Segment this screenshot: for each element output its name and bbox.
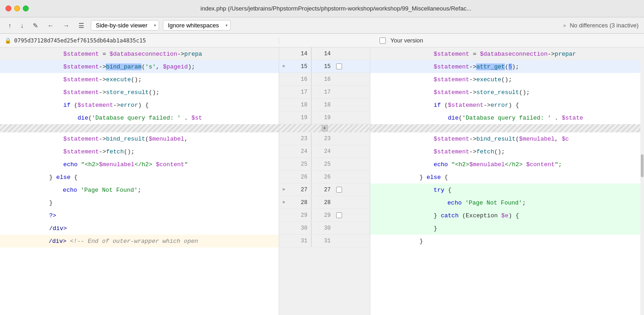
- hash-bar: 🔒 0795d37128d745ed25ef76155db64ab1a4835c…: [0, 34, 644, 47]
- gutter-left-14: 14: [288, 51, 311, 57]
- gutter-row-14: 14 14: [279, 47, 370, 60]
- gutter-chevron-28[interactable]: »: [279, 200, 288, 205]
- gutter-right-28: 28: [312, 200, 334, 206]
- gutter-zigzag: +: [279, 124, 370, 132]
- gutter-left-30: 30: [288, 225, 311, 231]
- gutter-row-30: 30 30: [279, 222, 370, 235]
- version-checkbox[interactable]: [379, 37, 386, 44]
- gutter-row-23: 23 23: [279, 132, 370, 145]
- right-scrollbar[interactable]: [640, 47, 644, 315]
- gutter-left-24: 24: [288, 148, 311, 155]
- hash-right: Your version: [370, 37, 644, 44]
- gutter-left-18: 18: [288, 102, 311, 108]
- gutter-left-27: 27: [288, 187, 311, 193]
- maximize-button[interactable]: [23, 5, 29, 11]
- toolbar-right: » No differences (3 inactive): [563, 22, 639, 29]
- right-line-31: }: [370, 235, 644, 247]
- gutter-right-23: 23: [312, 136, 334, 142]
- gutter-left-19: 19: [288, 115, 311, 121]
- commit-hash: 0795d37128d745ed25ef76155db64ab1a4835c15: [14, 37, 146, 44]
- gutter-right-26: 26: [312, 174, 334, 180]
- your-version-label: Your version: [390, 37, 423, 44]
- forward-button[interactable]: →: [60, 21, 72, 31]
- gutter-row-27: » 27 27: [279, 184, 370, 196]
- toolbar: ↑ ↓ ✎ ← → ☰ Side-by-side viewer Ignore w…: [0, 17, 644, 34]
- close-button[interactable]: [5, 5, 11, 11]
- gutter-checkbox-29[interactable]: [334, 212, 343, 218]
- code-area: $statement = $databaseconnection->prepa …: [0, 47, 644, 315]
- gutter-right-29: 29: [312, 212, 334, 219]
- gutter-row-29: 29 29: [279, 209, 370, 222]
- whitespace-select-wrapper: Ignore whitespaces: [163, 20, 231, 31]
- expand-icon[interactable]: +: [322, 125, 328, 131]
- gutter-left-31: 31: [288, 238, 311, 244]
- left-panel: $statement = $databaseconnection->prepa …: [0, 47, 279, 315]
- gutter-left-28: 28: [288, 200, 311, 206]
- prev-change-button[interactable]: ↑: [5, 21, 14, 31]
- right-line-content-28: echo 'Page Not Found';: [373, 193, 644, 213]
- gutter-row-25: 25 25: [279, 158, 370, 171]
- viewer-select[interactable]: Side-by-side viewer: [91, 20, 159, 31]
- gutter-left-16: 16: [288, 76, 311, 83]
- middle-gutter: 14 14 » 15 15 16 16: [279, 47, 370, 315]
- gutter-row-18: 18 18: [279, 99, 370, 111]
- right-code-lines: $statement = $databaseconnection->prepar…: [370, 47, 644, 247]
- gutter-row-16: 16 16: [279, 73, 370, 86]
- gutter-row-28: » 28 28: [279, 196, 370, 209]
- left-line-content-31: /div> <!-- End of outer-wrapper which op…: [2, 231, 279, 252]
- gutter-left-15: 15: [288, 63, 311, 70]
- right-line-19: die('Database query failed: ' . $state: [370, 111, 644, 124]
- gutter-left-17: 17: [288, 89, 311, 95]
- whitespace-select[interactable]: Ignore whitespaces: [163, 20, 231, 31]
- gutter-right-31: 31: [312, 238, 334, 244]
- gutter-right-16: 16: [312, 76, 334, 83]
- hash-left: 🔒 0795d37128d745ed25ef76155db64ab1a4835c…: [0, 37, 279, 44]
- gutter-left-26: 26: [288, 174, 311, 180]
- gutter-right-25: 25: [312, 161, 334, 168]
- gutter-row-17: 17 17: [279, 86, 370, 99]
- traffic-lights: [5, 5, 29, 11]
- gutter-right-17: 17: [312, 89, 334, 95]
- next-change-button[interactable]: ↓: [18, 21, 26, 31]
- back-button[interactable]: ←: [45, 21, 57, 31]
- gutter-checkbox-27[interactable]: [334, 187, 343, 193]
- gutter-chevron-15[interactable]: »: [279, 64, 288, 69]
- chevrons-icon: »: [563, 22, 566, 29]
- scrollbar-thumb[interactable]: [641, 154, 644, 177]
- diff-container: 🔒 0795d37128d745ed25ef76155db64ab1a4835c…: [0, 34, 644, 315]
- gutter-checkbox-15[interactable]: [334, 63, 343, 69]
- gutter-right-14: 14: [312, 51, 334, 57]
- gutter-left-25: 25: [288, 161, 311, 168]
- gutter-row-19: 19 19: [279, 111, 370, 124]
- gutter-right-30: 30: [312, 225, 334, 231]
- gutter-right-27: 27: [312, 187, 334, 193]
- left-line-31: /div> <!-- End of outer-wrapper which op…: [0, 235, 279, 247]
- left-line-19: die('Database query failed: ' . $st: [0, 111, 279, 124]
- window-title: index.php (/Users/jetbrains/PhpstormProj…: [33, 5, 639, 12]
- viewer-select-wrapper: Side-by-side viewer: [91, 20, 159, 31]
- gutter-row-15: » 15 15: [279, 60, 370, 73]
- right-line-28: echo 'Page Not Found';: [370, 196, 644, 209]
- gutter-row-26: 26 26: [279, 171, 370, 184]
- gutter-row-31: 31 31: [279, 235, 370, 247]
- minimize-button[interactable]: [14, 5, 20, 11]
- gutter-left-29: 29: [288, 212, 311, 219]
- gutter-row-24: 24 24: [279, 145, 370, 158]
- gutter-right-19: 19: [312, 115, 334, 121]
- gutter-right-24: 24: [312, 148, 334, 155]
- gutter-chevron-27[interactable]: »: [279, 187, 288, 192]
- gutter-right-18: 18: [312, 102, 334, 108]
- right-line-content-31: }: [373, 231, 644, 252]
- menu-button[interactable]: ☰: [76, 21, 87, 31]
- lock-icon: 🔒: [5, 37, 11, 44]
- no-differences-label: No differences (3 inactive): [570, 22, 639, 29]
- titlebar: index.php (/Users/jetbrains/PhpstormProj…: [0, 0, 644, 17]
- edit-button[interactable]: ✎: [30, 21, 41, 31]
- right-panel: $statement = $databaseconnection->prepar…: [370, 47, 644, 315]
- gutter-right-15: 15: [312, 63, 334, 70]
- left-code-lines: $statement = $databaseconnection->prepa …: [0, 47, 279, 247]
- gutter-left-23: 23: [288, 136, 311, 142]
